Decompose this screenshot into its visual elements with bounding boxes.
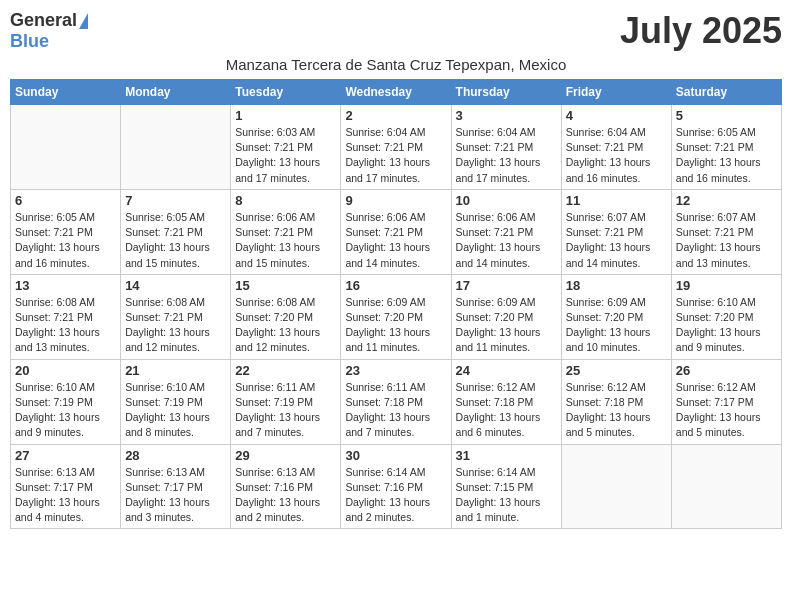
calendar-cell: 13Sunrise: 6:08 AM Sunset: 7:21 PM Dayli… xyxy=(11,274,121,359)
day-number: 21 xyxy=(125,363,226,378)
calendar-table: SundayMondayTuesdayWednesdayThursdayFrid… xyxy=(10,79,782,529)
day-number: 24 xyxy=(456,363,557,378)
day-number: 1 xyxy=(235,108,336,123)
day-info: Sunrise: 6:10 AM Sunset: 7:19 PM Dayligh… xyxy=(125,380,226,441)
calendar-cell: 18Sunrise: 6:09 AM Sunset: 7:20 PM Dayli… xyxy=(561,274,671,359)
calendar-cell: 5Sunrise: 6:05 AM Sunset: 7:21 PM Daylig… xyxy=(671,105,781,190)
calendar-cell: 20Sunrise: 6:10 AM Sunset: 7:19 PM Dayli… xyxy=(11,359,121,444)
day-number: 5 xyxy=(676,108,777,123)
day-number: 25 xyxy=(566,363,667,378)
calendar-cell: 16Sunrise: 6:09 AM Sunset: 7:20 PM Dayli… xyxy=(341,274,451,359)
calendar-cell: 12Sunrise: 6:07 AM Sunset: 7:21 PM Dayli… xyxy=(671,189,781,274)
calendar-cell: 24Sunrise: 6:12 AM Sunset: 7:18 PM Dayli… xyxy=(451,359,561,444)
calendar-cell: 15Sunrise: 6:08 AM Sunset: 7:20 PM Dayli… xyxy=(231,274,341,359)
day-number: 10 xyxy=(456,193,557,208)
logo: General Blue xyxy=(10,10,90,52)
day-info: Sunrise: 6:05 AM Sunset: 7:21 PM Dayligh… xyxy=(15,210,116,271)
calendar-cell: 4Sunrise: 6:04 AM Sunset: 7:21 PM Daylig… xyxy=(561,105,671,190)
calendar-cell: 11Sunrise: 6:07 AM Sunset: 7:21 PM Dayli… xyxy=(561,189,671,274)
day-number: 16 xyxy=(345,278,446,293)
day-number: 28 xyxy=(125,448,226,463)
calendar-cell: 3Sunrise: 6:04 AM Sunset: 7:21 PM Daylig… xyxy=(451,105,561,190)
calendar-cell: 22Sunrise: 6:11 AM Sunset: 7:19 PM Dayli… xyxy=(231,359,341,444)
day-number: 11 xyxy=(566,193,667,208)
day-info: Sunrise: 6:07 AM Sunset: 7:21 PM Dayligh… xyxy=(676,210,777,271)
dow-header-friday: Friday xyxy=(561,80,671,105)
calendar-cell xyxy=(121,105,231,190)
day-number: 3 xyxy=(456,108,557,123)
day-number: 13 xyxy=(15,278,116,293)
dow-header-saturday: Saturday xyxy=(671,80,781,105)
day-number: 2 xyxy=(345,108,446,123)
dow-header-tuesday: Tuesday xyxy=(231,80,341,105)
logo-blue-text: Blue xyxy=(10,31,49,51)
calendar-cell: 26Sunrise: 6:12 AM Sunset: 7:17 PM Dayli… xyxy=(671,359,781,444)
calendar-cell: 10Sunrise: 6:06 AM Sunset: 7:21 PM Dayli… xyxy=(451,189,561,274)
day-number: 18 xyxy=(566,278,667,293)
page-header: General Blue July 2025 xyxy=(10,10,782,52)
day-number: 30 xyxy=(345,448,446,463)
day-info: Sunrise: 6:06 AM Sunset: 7:21 PM Dayligh… xyxy=(345,210,446,271)
day-number: 12 xyxy=(676,193,777,208)
day-number: 17 xyxy=(456,278,557,293)
logo-triangle-icon xyxy=(79,13,88,29)
calendar-cell: 30Sunrise: 6:14 AM Sunset: 7:16 PM Dayli… xyxy=(341,444,451,529)
calendar-cell: 17Sunrise: 6:09 AM Sunset: 7:20 PM Dayli… xyxy=(451,274,561,359)
dow-header-wednesday: Wednesday xyxy=(341,80,451,105)
day-info: Sunrise: 6:09 AM Sunset: 7:20 PM Dayligh… xyxy=(566,295,667,356)
day-info: Sunrise: 6:14 AM Sunset: 7:16 PM Dayligh… xyxy=(345,465,446,526)
day-number: 4 xyxy=(566,108,667,123)
day-info: Sunrise: 6:12 AM Sunset: 7:18 PM Dayligh… xyxy=(566,380,667,441)
day-info: Sunrise: 6:04 AM Sunset: 7:21 PM Dayligh… xyxy=(456,125,557,186)
day-info: Sunrise: 6:04 AM Sunset: 7:21 PM Dayligh… xyxy=(345,125,446,186)
day-info: Sunrise: 6:12 AM Sunset: 7:17 PM Dayligh… xyxy=(676,380,777,441)
day-info: Sunrise: 6:05 AM Sunset: 7:21 PM Dayligh… xyxy=(676,125,777,186)
dow-header-monday: Monday xyxy=(121,80,231,105)
day-info: Sunrise: 6:08 AM Sunset: 7:21 PM Dayligh… xyxy=(15,295,116,356)
calendar-cell: 14Sunrise: 6:08 AM Sunset: 7:21 PM Dayli… xyxy=(121,274,231,359)
day-info: Sunrise: 6:11 AM Sunset: 7:19 PM Dayligh… xyxy=(235,380,336,441)
day-number: 6 xyxy=(15,193,116,208)
day-number: 29 xyxy=(235,448,336,463)
day-number: 27 xyxy=(15,448,116,463)
day-info: Sunrise: 6:07 AM Sunset: 7:21 PM Dayligh… xyxy=(566,210,667,271)
day-info: Sunrise: 6:06 AM Sunset: 7:21 PM Dayligh… xyxy=(456,210,557,271)
day-number: 20 xyxy=(15,363,116,378)
day-info: Sunrise: 6:13 AM Sunset: 7:17 PM Dayligh… xyxy=(15,465,116,526)
calendar-cell: 1Sunrise: 6:03 AM Sunset: 7:21 PM Daylig… xyxy=(231,105,341,190)
day-info: Sunrise: 6:13 AM Sunset: 7:16 PM Dayligh… xyxy=(235,465,336,526)
calendar-cell: 25Sunrise: 6:12 AM Sunset: 7:18 PM Dayli… xyxy=(561,359,671,444)
day-info: Sunrise: 6:09 AM Sunset: 7:20 PM Dayligh… xyxy=(456,295,557,356)
dow-header-sunday: Sunday xyxy=(11,80,121,105)
day-number: 7 xyxy=(125,193,226,208)
calendar-cell xyxy=(671,444,781,529)
calendar-cell: 6Sunrise: 6:05 AM Sunset: 7:21 PM Daylig… xyxy=(11,189,121,274)
calendar-cell: 21Sunrise: 6:10 AM Sunset: 7:19 PM Dayli… xyxy=(121,359,231,444)
day-info: Sunrise: 6:04 AM Sunset: 7:21 PM Dayligh… xyxy=(566,125,667,186)
calendar-cell xyxy=(561,444,671,529)
calendar-cell: 2Sunrise: 6:04 AM Sunset: 7:21 PM Daylig… xyxy=(341,105,451,190)
logo-general-text: General xyxy=(10,10,77,31)
day-number: 23 xyxy=(345,363,446,378)
day-number: 15 xyxy=(235,278,336,293)
calendar-subtitle: Manzana Tercera de Santa Cruz Tepexpan, … xyxy=(10,56,782,73)
calendar-cell: 28Sunrise: 6:13 AM Sunset: 7:17 PM Dayli… xyxy=(121,444,231,529)
day-info: Sunrise: 6:13 AM Sunset: 7:17 PM Dayligh… xyxy=(125,465,226,526)
day-info: Sunrise: 6:10 AM Sunset: 7:20 PM Dayligh… xyxy=(676,295,777,356)
day-number: 22 xyxy=(235,363,336,378)
dow-header-thursday: Thursday xyxy=(451,80,561,105)
day-info: Sunrise: 6:12 AM Sunset: 7:18 PM Dayligh… xyxy=(456,380,557,441)
calendar-cell: 23Sunrise: 6:11 AM Sunset: 7:18 PM Dayli… xyxy=(341,359,451,444)
day-number: 8 xyxy=(235,193,336,208)
day-info: Sunrise: 6:03 AM Sunset: 7:21 PM Dayligh… xyxy=(235,125,336,186)
calendar-cell: 27Sunrise: 6:13 AM Sunset: 7:17 PM Dayli… xyxy=(11,444,121,529)
day-number: 14 xyxy=(125,278,226,293)
calendar-cell: 19Sunrise: 6:10 AM Sunset: 7:20 PM Dayli… xyxy=(671,274,781,359)
day-info: Sunrise: 6:05 AM Sunset: 7:21 PM Dayligh… xyxy=(125,210,226,271)
calendar-cell: 9Sunrise: 6:06 AM Sunset: 7:21 PM Daylig… xyxy=(341,189,451,274)
day-info: Sunrise: 6:08 AM Sunset: 7:21 PM Dayligh… xyxy=(125,295,226,356)
calendar-cell: 8Sunrise: 6:06 AM Sunset: 7:21 PM Daylig… xyxy=(231,189,341,274)
day-info: Sunrise: 6:11 AM Sunset: 7:18 PM Dayligh… xyxy=(345,380,446,441)
day-info: Sunrise: 6:10 AM Sunset: 7:19 PM Dayligh… xyxy=(15,380,116,441)
calendar-cell xyxy=(11,105,121,190)
